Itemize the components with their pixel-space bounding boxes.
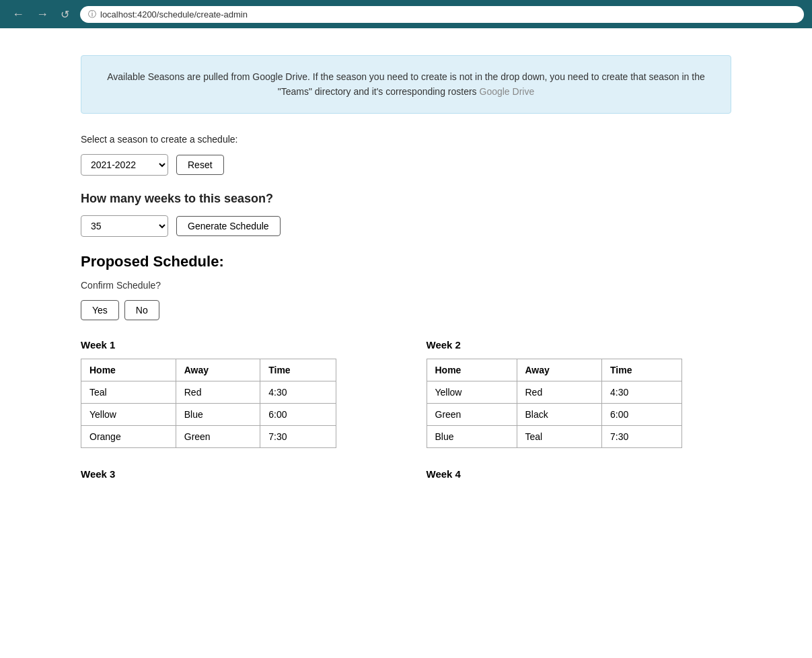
confirm-label: Confirm Schedule? — [81, 280, 731, 291]
week-col: Week 3 — [81, 468, 386, 488]
table-cell: Orange — [81, 425, 176, 447]
schedule-table: HomeAwayTimeTealRed4:30YellowBlue6:00Ora… — [81, 359, 336, 448]
table-cell: 4:30 — [260, 381, 336, 403]
nav-buttons: ← → ↺ — [8, 6, 73, 23]
address-bar[interactable]: ⓘ localhost:4200/schedule/create-admin — [80, 6, 804, 23]
week-title: Week 4 — [427, 468, 732, 480]
table-cell: Teal — [81, 381, 176, 403]
back-button[interactable]: ← — [8, 6, 28, 23]
weeks-controls-row: 35 30 25 20 Generate Schedule — [81, 215, 731, 237]
reset-button[interactable]: Reset — [176, 155, 224, 175]
schedule-table: HomeAwayTimeYellowRed4:30GreenBlack6:00B… — [427, 359, 682, 448]
table-cell: 6:00 — [602, 403, 682, 425]
weeks-container: Week 1HomeAwayTimeTealRed4:30YellowBlue6… — [81, 339, 731, 488]
table-cell: Yellow — [81, 403, 176, 425]
table-cell: 7:30 — [602, 425, 682, 447]
week-title: Week 3 — [81, 468, 386, 480]
no-button[interactable]: No — [124, 300, 159, 320]
reload-button[interactable]: ↺ — [57, 7, 73, 22]
table-cell: Blue — [176, 403, 260, 425]
table-row: OrangeGreen7:30 — [81, 425, 336, 447]
week-col: Week 4 — [427, 468, 732, 488]
info-banner: Available Seasons are pulled from Google… — [81, 55, 731, 114]
table-cell: 6:00 — [260, 403, 336, 425]
table-cell: Red — [176, 381, 260, 403]
lock-icon: ⓘ — [88, 9, 96, 20]
season-controls-row: 2021-2022 2020-2021 2019-2020 Reset — [81, 154, 731, 176]
table-cell: Red — [517, 381, 602, 403]
season-select[interactable]: 2021-2022 2020-2021 2019-2020 — [81, 154, 168, 176]
table-cell: Black — [517, 403, 602, 425]
weeks-label: How many weeks to this season? — [81, 192, 731, 206]
table-header: Home — [427, 359, 517, 381]
table-row: GreenBlack6:00 — [427, 403, 681, 425]
generate-schedule-button[interactable]: Generate Schedule — [176, 216, 281, 236]
weeks-row: Week 1HomeAwayTimeTealRed4:30YellowBlue6… — [81, 339, 731, 448]
table-cell: Yellow — [427, 381, 517, 403]
google-drive-link[interactable]: Google Drive — [480, 86, 535, 97]
table-row: TealRed4:30 — [81, 381, 336, 403]
url-text: localhost:4200/schedule/create-admin — [100, 9, 248, 20]
week-col: Week 2HomeAwayTimeYellowRed4:30GreenBlac… — [427, 339, 732, 448]
season-label: Select a season to create a schedule: — [81, 134, 731, 145]
table-cell: Green — [176, 425, 260, 447]
table-row: YellowBlue6:00 — [81, 403, 336, 425]
page-content: Available Seasons are pulled from Google… — [0, 28, 812, 535]
table-header: Away — [517, 359, 602, 381]
table-cell: Teal — [517, 425, 602, 447]
table-header: Time — [602, 359, 682, 381]
table-row: BlueTeal7:30 — [427, 425, 681, 447]
table-cell: Blue — [427, 425, 517, 447]
proposed-schedule-heading: Proposed Schedule: — [81, 253, 731, 270]
info-banner-text: Available Seasons are pulled from Google… — [107, 71, 705, 97]
table-header: Home — [81, 359, 176, 381]
forward-button[interactable]: → — [32, 6, 52, 23]
week-col: Week 1HomeAwayTimeTealRed4:30YellowBlue6… — [81, 339, 386, 448]
weeks-select[interactable]: 35 30 25 20 — [81, 215, 168, 237]
week-title: Week 1 — [81, 339, 386, 351]
browser-chrome: ← → ↺ ⓘ localhost:4200/schedule/create-a… — [0, 0, 812, 28]
confirm-buttons: Yes No — [81, 300, 731, 320]
table-header: Away — [176, 359, 260, 381]
table-cell: Green — [427, 403, 517, 425]
yes-button[interactable]: Yes — [81, 300, 119, 320]
weeks-row: Week 3Week 4 — [81, 468, 731, 488]
table-header: Time — [260, 359, 336, 381]
table-row: YellowRed4:30 — [427, 381, 681, 403]
table-cell: 7:30 — [260, 425, 336, 447]
week-title: Week 2 — [427, 339, 732, 351]
table-cell: 4:30 — [602, 381, 682, 403]
